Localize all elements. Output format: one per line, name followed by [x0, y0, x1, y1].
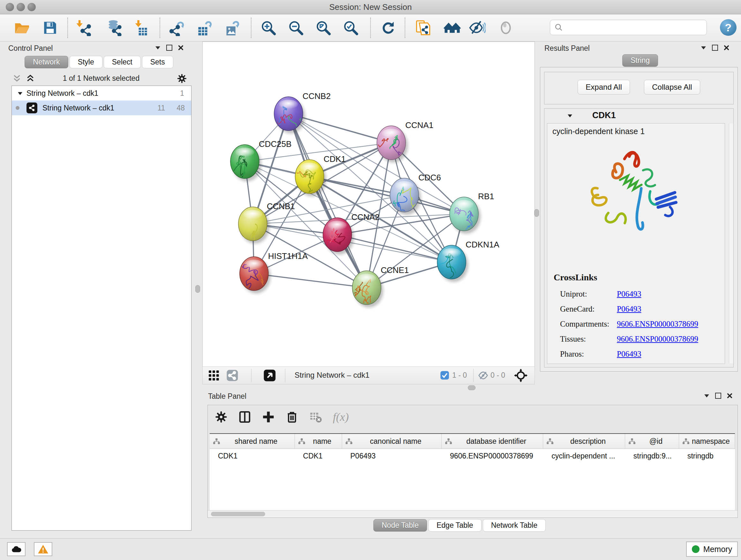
warning-icon	[38, 544, 49, 554]
cloud-status-button[interactable]	[7, 542, 25, 556]
close-panel-icon[interactable]	[724, 45, 729, 51]
network-share-button[interactable]	[226, 369, 239, 381]
table-cell[interactable]: 9606.ENSP00000378699	[442, 449, 543, 463]
crosslink-link[interactable]: P06493	[617, 290, 641, 299]
section-collapse-caret-icon[interactable]	[567, 114, 572, 118]
open-in-window-button[interactable]	[263, 369, 276, 382]
network-node-CCNE1[interactable]	[348, 271, 384, 307]
fit-content-button[interactable]	[514, 369, 528, 382]
network-row[interactable]: String Network – cdk1 11 48	[12, 101, 191, 115]
table-horizontal-scrollbar[interactable]	[208, 510, 738, 517]
column-header-description[interactable]: description	[543, 434, 625, 449]
close-panel-icon[interactable]	[727, 393, 732, 398]
gear-icon[interactable]	[177, 73, 187, 84]
birdseye-grid-button[interactable]	[208, 369, 220, 381]
float-panel-icon[interactable]	[712, 45, 718, 51]
left-splitter-handle[interactable]	[195, 285, 200, 293]
table-cell[interactable]: cyclin-dependent ...	[543, 449, 625, 463]
zoom-fit-button[interactable]	[314, 18, 333, 37]
network-node-RB1[interactable]	[450, 197, 481, 235]
save-session-button[interactable]	[41, 18, 59, 37]
tab-select[interactable]: Select	[104, 56, 141, 68]
network-node-HIST1H1A[interactable]	[240, 257, 271, 299]
float-panel-icon[interactable]	[715, 393, 721, 399]
column-header-namespace[interactable]: namespace	[679, 434, 735, 449]
column-header-shared-name[interactable]: shared name	[210, 434, 295, 449]
right-splitter-handle[interactable]	[534, 209, 539, 217]
table-cell[interactable]: stringdb	[679, 449, 735, 463]
tab-sets[interactable]: Sets	[142, 56, 173, 68]
export-image-button[interactable]	[223, 18, 241, 37]
clone-network-button[interactable]	[414, 18, 433, 37]
zoom-in-button[interactable]	[259, 18, 278, 37]
table-cell[interactable]: CDK1	[210, 449, 295, 463]
selected-checkbox[interactable]	[440, 371, 449, 380]
network-collection-row[interactable]: String Network – cdk1 1	[12, 86, 191, 101]
network-node-CDC25B[interactable]	[226, 145, 261, 181]
table-type-tabs: Node TableEdge TableNetwork Table	[373, 519, 546, 532]
export-network-button[interactable]	[168, 18, 186, 37]
import-network-database-button[interactable]	[105, 18, 123, 37]
results-panel-title: Results Panel	[544, 44, 590, 53]
hidden-elements-button[interactable]	[478, 370, 488, 381]
table-cell[interactable]: stringdb:9...	[625, 449, 679, 463]
node-label-CDC6: CDC6	[418, 173, 441, 182]
collapse-all-button[interactable]: Collapse All	[644, 80, 700, 95]
column-header--id[interactable]: @id	[625, 434, 679, 449]
column-header-name[interactable]: name	[295, 434, 342, 449]
table-cell[interactable]: P06493	[342, 449, 442, 463]
table-settings-gear-icon[interactable]	[215, 411, 227, 423]
tab-style[interactable]: Style	[70, 56, 103, 68]
show-glass-effect-button[interactable]	[496, 18, 515, 37]
crosslink-row: Tissues:9606.ENSP00000378699	[560, 331, 720, 347]
import-network-file-button[interactable]	[74, 18, 92, 37]
column-header-database-identifier[interactable]: database identifier	[442, 434, 543, 449]
results-vertical-scrollbar[interactable]	[729, 123, 733, 363]
show-columns-icon[interactable]	[239, 411, 251, 423]
crosslink-link[interactable]: P06493	[617, 350, 641, 359]
export-table-button[interactable]	[195, 18, 214, 37]
tab-network-table[interactable]: Network Table	[483, 519, 546, 532]
tab-edge-table[interactable]: Edge Table	[428, 519, 482, 532]
network-node-CDK1[interactable]	[292, 160, 326, 196]
add-column-icon[interactable]	[262, 411, 275, 423]
expand-all-button[interactable]: Expand All	[578, 80, 630, 95]
help-button[interactable]: ?	[720, 19, 737, 36]
network-node-CDKN1A[interactable]	[433, 245, 468, 287]
memory-button[interactable]: Memory	[686, 542, 738, 557]
network-canvas[interactable]: CCNB2CCNA1CDC25BCDK1CDC6RB1CCNB1CCNA2CDK…	[202, 42, 535, 367]
close-panel-icon[interactable]	[178, 45, 184, 51]
network-node-CCNA1[interactable]	[367, 126, 408, 168]
panel-menu-caret-icon[interactable]	[701, 46, 706, 50]
delete-column-trash-icon[interactable]	[286, 411, 298, 423]
table-row[interactable]: CDK1CDK1P064939606.ENSP00000378699cyclin…	[210, 449, 735, 463]
crosslink-link[interactable]: 9606.ENSP00000378699	[617, 320, 698, 328]
table-cell[interactable]: CDK1	[295, 449, 342, 463]
tab-node-table[interactable]: Node Table	[374, 519, 427, 532]
panel-menu-caret-icon[interactable]	[704, 394, 710, 398]
hide-glass-effect-button[interactable]	[468, 18, 486, 37]
string-home-button[interactable]	[443, 18, 461, 37]
search-input[interactable]	[550, 20, 707, 35]
crosslink-link[interactable]: 9606.ENSP00000378699	[617, 334, 698, 344]
tab-network[interactable]: Network	[24, 56, 68, 68]
zoom-selected-button[interactable]	[341, 18, 360, 37]
zoom-out-button[interactable]	[286, 18, 305, 37]
panel-menu-caret-icon[interactable]	[155, 46, 160, 50]
refresh-button[interactable]	[379, 18, 398, 37]
tree-expand-caret-icon[interactable]	[17, 91, 23, 96]
open-session-button[interactable]	[13, 18, 31, 37]
crosslink-link[interactable]: P06493	[617, 305, 641, 314]
node-label-HIST1H1A: HIST1H1A	[268, 251, 308, 261]
string-network-icon	[26, 103, 37, 113]
network-node-CDC6[interactable]	[390, 178, 421, 220]
bottom-splitter-handle[interactable]	[468, 385, 475, 390]
column-header-canonical-name[interactable]: canonical name	[342, 434, 442, 449]
float-panel-icon[interactable]	[166, 45, 172, 51]
node-gloss-highlight	[243, 210, 262, 219]
warnings-button[interactable]	[34, 542, 52, 556]
scrollbar-thumb[interactable]	[211, 512, 265, 516]
import-table-button[interactable]	[131, 18, 149, 37]
tab-string[interactable]: String	[622, 54, 658, 67]
import-database-icon	[106, 19, 122, 36]
